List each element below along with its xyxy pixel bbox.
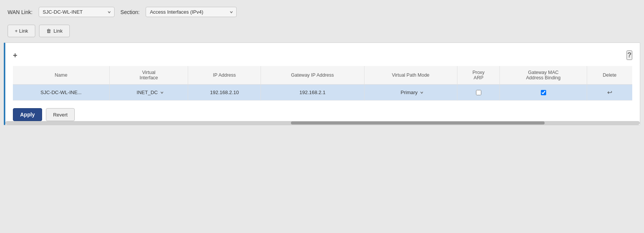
col-gateway-mac: Gateway MACAddress Binding: [500, 66, 587, 85]
delete-link-label: Link: [53, 28, 63, 34]
trash-icon: 🗑: [46, 28, 51, 34]
revert-label: Revert: [53, 112, 68, 118]
gateway-ip-value: 192.168.2.1: [299, 90, 325, 95]
gateway-mac-checkbox[interactable]: [541, 90, 546, 95]
table-wrapper: Name VirtualInterface IP Address Gateway…: [13, 66, 632, 101]
col-ip-address: IP Address: [188, 66, 261, 85]
delete-row-button[interactable]: ↩: [607, 89, 612, 96]
proxy-arp-checkbox[interactable]: [476, 90, 481, 95]
col-delete: Delete: [587, 66, 632, 85]
apply-label: Apply: [20, 112, 35, 118]
cell-virtual-path-mode[interactable]: Primary: [364, 85, 457, 101]
col-virtual-interface: VirtualInterface: [110, 66, 188, 85]
delete-link-button[interactable]: 🗑 Link: [39, 25, 70, 37]
add-link-button[interactable]: + Link: [8, 25, 35, 37]
cell-proxy-arp[interactable]: [457, 85, 500, 101]
main-panel: + ? Name VirtualInterface IP Address Gat…: [4, 43, 640, 125]
revert-button[interactable]: Revert: [46, 108, 75, 121]
col-name: Name: [13, 66, 110, 85]
panel-header: + ?: [13, 50, 632, 60]
top-bar: WAN Link: SJC-DC-WL-INET Section: Access…: [0, 0, 644, 22]
cell-gateway-mac[interactable]: [500, 85, 587, 101]
cell-ip-address: 192.168.2.10: [188, 85, 261, 101]
cell-virtual-interface[interactable]: INET_DC: [110, 85, 188, 101]
wan-link-label: WAN Link:: [8, 9, 33, 15]
help-button[interactable]: ?: [627, 50, 632, 60]
section-label: Section:: [121, 9, 140, 15]
scrollbar[interactable]: [5, 121, 640, 125]
col-virtual-path-mode: Virtual Path Mode: [364, 66, 457, 85]
virtual-path-mode-select[interactable]: Primary: [397, 88, 424, 97]
bottom-actions: Apply Revert: [13, 108, 632, 121]
scrollbar-thumb[interactable]: [291, 121, 545, 124]
add-link-label: + Link: [15, 28, 28, 34]
interfaces-table: Name VirtualInterface IP Address Gateway…: [13, 66, 632, 101]
table-header-row: Name VirtualInterface IP Address Gateway…: [13, 66, 632, 85]
col-proxy-arp: ProxyARP: [457, 66, 500, 85]
section-select[interactable]: Access Interfaces (IPv4): [146, 7, 237, 17]
cell-gateway-ip: 192.168.2.1: [261, 85, 364, 101]
name-value: SJC-DC-WL-INE...: [41, 90, 82, 95]
apply-button[interactable]: Apply: [13, 108, 42, 121]
virtual-interface-select[interactable]: INET_DC: [133, 88, 165, 97]
cell-name: SJC-DC-WL-INE...: [13, 85, 110, 101]
cell-delete[interactable]: ↩: [587, 85, 632, 101]
action-bar: + Link 🗑 Link: [0, 22, 644, 43]
ip-address-value: 192.168.2.10: [210, 90, 239, 95]
add-row-button[interactable]: +: [13, 52, 17, 59]
col-gateway-ip: Gateway IP Address: [261, 66, 364, 85]
table-row: SJC-DC-WL-INE... INET_DC 192.168.2.10 19…: [13, 85, 632, 101]
wan-link-select[interactable]: SJC-DC-WL-INET: [39, 7, 115, 17]
